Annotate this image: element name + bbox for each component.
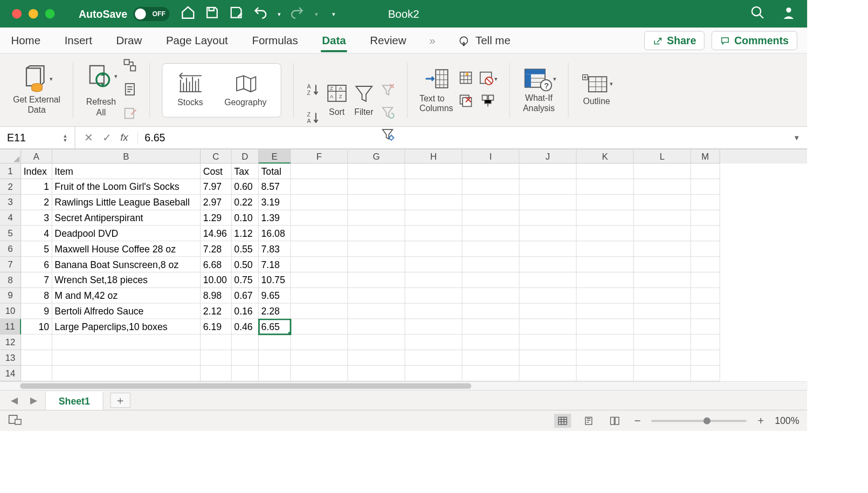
cell[interactable] xyxy=(691,210,720,226)
cell[interactable] xyxy=(519,257,576,272)
cell[interactable] xyxy=(291,241,348,257)
cell[interactable] xyxy=(577,304,634,319)
cell[interactable] xyxy=(291,334,348,350)
cell[interactable]: Large Paperclips,10 boxes xyxy=(52,319,201,334)
column-header-D[interactable]: D xyxy=(232,149,259,163)
cell[interactable] xyxy=(634,288,691,304)
cell[interactable] xyxy=(405,304,462,319)
cell[interactable] xyxy=(691,319,720,334)
zoom-slider[interactable] xyxy=(651,420,747,422)
cell[interactable] xyxy=(462,241,519,257)
cell[interactable] xyxy=(405,288,462,304)
cell[interactable]: 0.22 xyxy=(232,195,259,210)
cell[interactable]: M and M,42 oz xyxy=(52,288,201,304)
undo-icon[interactable] xyxy=(253,5,268,23)
column-header-A[interactable]: A xyxy=(21,149,52,163)
column-header-E[interactable]: E xyxy=(259,149,291,163)
zoom-out-button[interactable]: − xyxy=(632,414,643,427)
cell[interactable] xyxy=(462,195,519,210)
data-validation-icon[interactable] xyxy=(478,70,493,87)
cell[interactable]: 14.96 xyxy=(201,226,232,242)
page-layout-view-button[interactable] xyxy=(580,414,597,428)
cell[interactable] xyxy=(348,334,405,350)
save-edit-icon[interactable] xyxy=(229,5,244,23)
cell[interactable] xyxy=(348,210,405,226)
cell[interactable]: 9 xyxy=(21,304,52,319)
cell[interactable] xyxy=(634,366,691,381)
sheet-nav-next-icon[interactable]: ▶ xyxy=(26,394,41,405)
cell[interactable] xyxy=(691,304,720,319)
cell[interactable] xyxy=(291,288,348,304)
tab-formulas[interactable]: Formulas xyxy=(251,29,299,52)
row-header[interactable]: 14 xyxy=(0,366,21,381)
cell[interactable]: Bertoli Alfredo Sauce xyxy=(52,304,201,319)
cell[interactable] xyxy=(462,350,519,366)
enter-formula-icon[interactable]: ✓ xyxy=(102,131,112,144)
row-header[interactable]: 4 xyxy=(0,210,21,226)
tab-review[interactable]: Review xyxy=(369,29,407,52)
cell[interactable] xyxy=(691,350,720,366)
name-box-stepper-icon[interactable]: ▲▼ xyxy=(63,133,67,142)
row-header[interactable]: 12 xyxy=(0,334,21,350)
horizontal-scrollbar[interactable] xyxy=(0,381,807,390)
column-header-M[interactable]: M xyxy=(691,149,720,163)
column-header-K[interactable]: K xyxy=(577,149,634,163)
row-header[interactable]: 3 xyxy=(0,195,21,210)
cell[interactable]: 10.75 xyxy=(259,272,291,288)
search-icon[interactable] xyxy=(750,5,765,23)
cell[interactable] xyxy=(634,257,691,272)
cell[interactable]: Rawlings Little League Baseball xyxy=(52,195,201,210)
cell[interactable] xyxy=(348,350,405,366)
cell[interactable] xyxy=(634,334,691,350)
cell[interactable] xyxy=(405,210,462,226)
cell[interactable] xyxy=(405,163,462,179)
cell[interactable]: 0.67 xyxy=(232,288,259,304)
cell[interactable] xyxy=(405,319,462,334)
cell[interactable] xyxy=(691,334,720,350)
cell[interactable]: 10.00 xyxy=(201,272,232,288)
cell[interactable] xyxy=(232,366,259,381)
tab-home[interactable]: Home xyxy=(10,29,42,52)
cell[interactable] xyxy=(634,179,691,195)
window-zoom-button[interactable] xyxy=(45,9,55,19)
cell[interactable] xyxy=(577,257,634,272)
cell[interactable] xyxy=(201,334,232,350)
zoom-level[interactable]: 100% xyxy=(775,415,799,426)
cell[interactable] xyxy=(519,288,576,304)
cell[interactable] xyxy=(405,241,462,257)
cell[interactable] xyxy=(634,272,691,288)
properties-icon[interactable] xyxy=(122,81,137,99)
window-minimize-button[interactable] xyxy=(29,9,38,19)
cell[interactable] xyxy=(519,350,576,366)
tab-draw[interactable]: Draw xyxy=(115,29,143,52)
cell[interactable] xyxy=(52,334,201,350)
cell[interactable] xyxy=(691,257,720,272)
sort-ascending-icon[interactable]: AZ xyxy=(306,83,321,100)
stocks-type[interactable]: Stocks xyxy=(176,72,204,107)
cell[interactable] xyxy=(291,226,348,242)
cell[interactable] xyxy=(348,226,405,242)
tab-insert[interactable]: Insert xyxy=(64,29,93,52)
row-header[interactable]: 8 xyxy=(0,272,21,288)
cell[interactable] xyxy=(21,366,52,381)
cell[interactable] xyxy=(21,334,52,350)
cell[interactable] xyxy=(634,319,691,334)
cell[interactable] xyxy=(634,210,691,226)
filter-button[interactable]: Filter xyxy=(353,83,375,118)
edit-links-icon[interactable] xyxy=(122,106,137,123)
cell[interactable]: Wrench Set,18 pieces xyxy=(52,272,201,288)
name-box[interactable]: E11 ▲▼ xyxy=(0,127,75,148)
cell[interactable] xyxy=(405,334,462,350)
cell[interactable] xyxy=(519,241,576,257)
cell[interactable]: 2.97 xyxy=(201,195,232,210)
cell[interactable] xyxy=(691,195,720,210)
cell[interactable]: 10 xyxy=(21,319,52,334)
cell[interactable]: 16.08 xyxy=(259,226,291,242)
tabs-overflow-icon[interactable]: » xyxy=(429,34,435,47)
cell[interactable] xyxy=(291,210,348,226)
cell[interactable]: Deadpool DVD xyxy=(52,226,201,242)
insert-function-icon[interactable]: fx xyxy=(120,132,128,143)
cell[interactable]: 1.39 xyxy=(259,210,291,226)
clear-filter-icon[interactable] xyxy=(380,83,395,100)
cell[interactable]: 7.83 xyxy=(259,241,291,257)
